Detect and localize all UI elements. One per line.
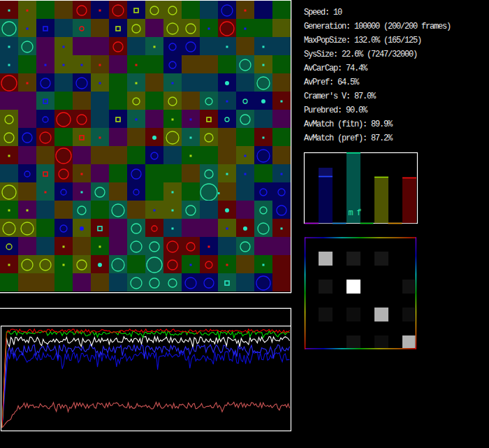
- svg-text:MaxPopSize: 132.0% (165/125): MaxPopSize: 132.0% (165/125): [304, 36, 421, 45]
- svg-text:AvCarCap: 74.4%: AvCarCap: 74.4%: [304, 64, 368, 73]
- svg-text:AvMatch (fitn): 89.9%: AvMatch (fitn): 89.9%: [304, 120, 393, 129]
- svg-text:Cramer's V: 87.0%: Cramer's V: 87.0%: [304, 92, 377, 101]
- svg-text:Generation: 100000 (200/200 fr: Generation: 100000 (200/200 frames): [304, 22, 451, 31]
- svg-text:m f: m f: [349, 208, 362, 218]
- svg-text:AvPref: 64.5%: AvPref: 64.5%: [304, 78, 360, 87]
- svg-text:SysSize: 22.6% (7247/32000): SysSize: 22.6% (7247/32000): [304, 50, 417, 59]
- svg-text:AvMatch (pref): 87.2%: AvMatch (pref): 87.2%: [304, 133, 393, 143]
- svg-text:Purebred: 90.0%: Purebred: 90.0%: [304, 106, 368, 115]
- svg-text:Speed: 10: Speed: 10: [304, 8, 342, 17]
